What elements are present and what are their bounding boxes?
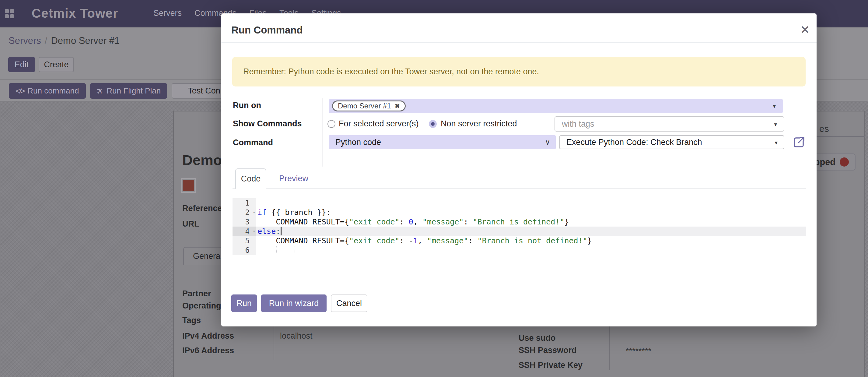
url-label: URL <box>182 219 199 229</box>
code-icon: </> <box>16 87 25 95</box>
line-number: 6 <box>232 245 256 255</box>
modal-title: Run Command <box>231 24 303 36</box>
radio-for-selected-servers-label[interactable]: For selected server(s) <box>339 119 419 128</box>
server-tag[interactable]: Demo Server #1 ✖ <box>332 100 406 112</box>
reference-label: Reference <box>182 204 222 213</box>
command-select[interactable]: Execute Python Code: Check Branch ▾ <box>559 135 784 149</box>
screen: Cetmix Tower Servers Commands Files Tool… <box>0 0 868 377</box>
brand-logo[interactable]: Cetmix Tower <box>32 6 118 21</box>
indent-guide <box>294 246 295 254</box>
tag-remove-icon[interactable]: ✖ <box>395 102 400 110</box>
ssh-password-label: SSH Password <box>519 346 577 355</box>
tab-preview[interactable]: Preview <box>274 168 313 188</box>
line-number: 3 <box>232 217 256 227</box>
ipv6-label: IPv6 Address <box>182 346 234 355</box>
close-icon[interactable]: ✕ <box>797 21 813 38</box>
line-number: 1 <box>232 198 256 208</box>
run-on-multiselect[interactable]: Demo Server #1 ✖ ▾ <box>329 99 783 113</box>
with-tags-select[interactable]: with tags ▾ <box>555 116 784 132</box>
color-swatch <box>181 178 196 193</box>
footer-divider <box>221 285 816 285</box>
run-button[interactable]: Run <box>231 294 257 312</box>
run-in-wizard-button[interactable]: Run in wizard <box>261 294 327 312</box>
editor-line: 1 <box>232 198 806 208</box>
breadcrumb-current: Demo Server #1 <box>51 35 120 46</box>
chevron-down-icon: ▾ <box>773 103 776 109</box>
radio-non-server-restricted-label[interactable]: Non server restricted <box>441 119 517 128</box>
indent-guide <box>276 246 277 254</box>
code-editor[interactable]: 1 2▾ if {{ branch }}: 3 COMMAND_RESULT={… <box>232 198 806 255</box>
radio-non-server-restricted[interactable] <box>429 120 437 128</box>
create-button[interactable]: Create <box>39 57 74 72</box>
fold-caret-icon[interactable]: ▾ <box>253 229 255 233</box>
header-divider <box>221 42 816 42</box>
editor-active-line: 4▾ else: <box>232 227 806 236</box>
radio-for-selected-servers[interactable] <box>328 120 335 128</box>
editor-line: 6 <box>232 245 806 255</box>
editor-line: 5 COMMAND_RESULT={"exit_code": -1, "mess… <box>232 236 806 245</box>
editor-line: 3 COMMAND_RESULT={"exit_code": 0, "messa… <box>232 217 806 227</box>
run-flight-plan-button[interactable]: ✈ Run Flight Plan <box>90 83 167 99</box>
chevron-down-icon: ▾ <box>774 121 777 127</box>
status-dot <box>840 157 849 167</box>
apps-grid-icon[interactable] <box>5 9 14 19</box>
command-label: Command <box>233 138 273 147</box>
cancel-button[interactable]: Cancel <box>331 294 367 312</box>
run-command-button[interactable]: </> Run command <box>9 83 86 99</box>
run-on-label: Run on <box>233 101 261 110</box>
breadcrumb-servers-link[interactable]: Servers <box>8 35 41 46</box>
python-warning-banner: Remember: Python code is executed on the… <box>232 57 806 86</box>
show-commands-label: Show Commands <box>233 119 302 128</box>
run-command-modal: Run Command ✕ Remember: Python code is e… <box>221 13 816 326</box>
menu-item-servers[interactable]: Servers <box>153 8 182 18</box>
tags-label: Tags <box>182 316 201 325</box>
chevron-down-icon: ∨ <box>545 138 550 146</box>
line-number: 4 <box>245 227 250 236</box>
ipv4-value: localhost <box>280 331 313 341</box>
external-link-icon[interactable] <box>793 136 805 149</box>
ssh-password-value: ******** <box>626 347 651 356</box>
partner-label: Partner <box>182 289 211 298</box>
breadcrumb-separator: / <box>45 35 48 46</box>
color-swatch-fill <box>183 180 194 191</box>
line-number: 5 <box>232 236 256 245</box>
plane-icon: ✈ <box>94 85 106 97</box>
edit-button[interactable]: Edit <box>8 57 35 72</box>
use-sudo-label: Use sudo <box>519 334 556 343</box>
hidden-tab-fragment[interactable]: es <box>819 124 829 134</box>
line-number: 2 <box>245 208 250 217</box>
chevron-down-icon: ▾ <box>775 140 778 146</box>
breadcrumb: Servers/Demo Server #1 <box>8 35 120 46</box>
label-column-divider <box>322 98 322 167</box>
ipv4-label: IPv4 Address <box>182 331 234 341</box>
notebook-tabs: Code Preview <box>232 168 806 189</box>
editor-line: 2▾ if {{ branch }}: <box>232 208 806 217</box>
ssh-private-key-label: SSH Private Key <box>519 360 583 370</box>
fold-caret-icon[interactable]: ▾ <box>253 210 255 214</box>
command-type-select[interactable]: Python code ∨ <box>329 135 556 149</box>
tab-code[interactable]: Code <box>235 168 266 189</box>
text-cursor <box>281 227 281 235</box>
